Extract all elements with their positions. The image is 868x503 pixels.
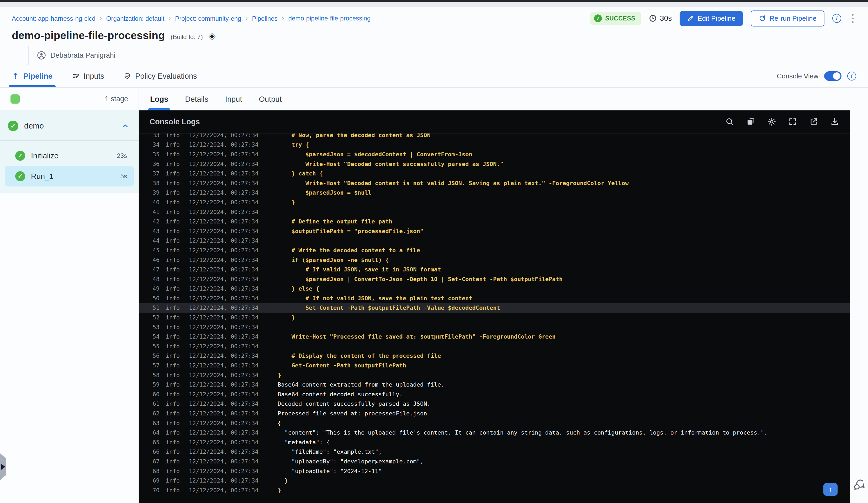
page-header: Account: app-harness-ng-cicdOrganization… [0, 7, 868, 65]
log-timestamp: 12/12/2024, 00:27:34 [189, 266, 262, 273]
console-view-label: Console View [777, 72, 818, 80]
log-row: 36info12/12/2024, 00:27:34 Write-Host "D… [139, 159, 850, 169]
breadcrumb-item[interactable]: Pipelines [252, 14, 284, 23]
tab-policy-label: Policy Evaluations [135, 72, 197, 81]
log-timestamp: 12/12/2024, 00:27:34 [189, 276, 262, 282]
log-tab-details[interactable]: Details [185, 88, 208, 111]
log-line-number: 70 [146, 487, 159, 494]
stage-status-square [10, 94, 20, 104]
governance-diamond-icon[interactable]: ◈ [209, 30, 215, 41]
step-duration: 5s [121, 172, 127, 180]
log-message: Get-Content -Path $outputFilePath [278, 362, 406, 369]
log-line-number: 34 [146, 142, 159, 148]
console-view-info-icon[interactable]: i [847, 72, 856, 81]
log-message: } else { [278, 285, 319, 292]
log-level: info [166, 468, 181, 474]
log-timestamp: 12/12/2024, 00:27:34 [189, 237, 262, 244]
log-level: info [166, 151, 181, 158]
log-area[interactable]: 33info12/12/2024, 00:27:34 # Now, parse … [139, 134, 850, 503]
fullscreen-icon[interactable] [788, 117, 797, 126]
log-level: info [166, 285, 181, 292]
log-level: info [166, 449, 181, 455]
tab-pipeline[interactable]: Pipeline [12, 65, 52, 87]
breadcrumb-item[interactable]: Project: community-eng [175, 14, 248, 23]
breadcrumb: Account: app-harness-ng-cicdOrganization… [12, 14, 371, 23]
log-message: $parsedJson | ConvertTo-Json -Depth 10 |… [278, 276, 562, 282]
log-tab-output[interactable]: Output [259, 88, 281, 111]
log-level: info [166, 189, 181, 196]
log-line-number: 48 [146, 276, 159, 282]
copy-icon[interactable] [746, 117, 755, 126]
stage-group-header[interactable]: ✓ demo [0, 116, 138, 136]
log-level: info [166, 257, 181, 263]
breadcrumb-item[interactable]: demo-pipeline-file-processing [288, 15, 371, 22]
log-timestamp: 12/12/2024, 00:27:34 [189, 151, 262, 158]
log-line-number: 43 [146, 228, 159, 234]
log-row: 66info12/12/2024, 00:27:34 "fileName": "… [139, 447, 850, 457]
log-message: } [278, 372, 281, 378]
log-level: info [166, 304, 181, 311]
open-in-new-icon[interactable] [809, 117, 818, 126]
step-label: Run_1 [31, 172, 115, 181]
log-message: Base64 content decoded successfully. [278, 391, 403, 398]
tab-inputs[interactable]: Inputs [72, 65, 104, 87]
search-icon[interactable] [725, 117, 734, 126]
log-timestamp: 12/12/2024, 00:27:34 [189, 429, 262, 436]
log-level: info [166, 266, 181, 273]
edit-pipeline-button[interactable]: Edit Pipeline [680, 11, 743, 26]
step-success-icon: ✓ [15, 171, 25, 181]
log-message: $parsedJson = $null [278, 189, 372, 196]
log-timestamp: 12/12/2024, 00:27:34 [189, 228, 262, 234]
rerun-info-icon[interactable]: i [832, 14, 841, 23]
log-timestamp: 12/12/2024, 00:27:34 [189, 247, 262, 254]
log-timestamp: 12/12/2024, 00:27:34 [189, 142, 262, 148]
breadcrumb-item[interactable]: Organization: default [106, 14, 171, 23]
log-row: 38info12/12/2024, 00:27:34 Write-Host "D… [139, 178, 850, 188]
scroll-to-top-button[interactable]: ↑ [823, 483, 838, 496]
log-row: 51info12/12/2024, 00:27:34 Set-Content -… [139, 303, 850, 313]
stage-success-icon: ✓ [8, 120, 18, 131]
log-line-number: 59 [146, 381, 159, 388]
step-initialize[interactable]: ✓Initialize23s [5, 146, 134, 166]
log-message: } [278, 199, 295, 206]
more-options-menu[interactable] [849, 12, 856, 25]
settings-gear-icon[interactable] [767, 117, 776, 126]
log-tab-logs[interactable]: Logs [150, 88, 168, 111]
log-timestamp: 12/12/2024, 00:27:34 [189, 324, 262, 331]
log-line-number: 69 [146, 477, 159, 484]
log-line-number: 44 [146, 237, 159, 244]
download-icon[interactable] [830, 117, 839, 126]
log-level: info [166, 170, 181, 177]
inputs-icon [72, 72, 79, 80]
log-timestamp: 12/12/2024, 00:27:34 [189, 343, 262, 349]
console-view-toggle[interactable] [824, 71, 841, 81]
log-row: 63info12/12/2024, 00:27:34{ [139, 418, 850, 428]
log-timestamp: 12/12/2024, 00:27:34 [189, 333, 262, 340]
log-line-number: 68 [146, 468, 159, 474]
step-run_1[interactable]: ✓Run_15s [5, 166, 134, 187]
log-message: # If not valid JSON, save the plain text… [278, 295, 472, 302]
log-row: 67info12/12/2024, 00:27:34 "uploadedBy":… [139, 457, 850, 466]
log-level: info [166, 353, 181, 359]
avatar-icon [37, 51, 46, 60]
log-line-number: 65 [146, 439, 159, 446]
pipeline-icon [12, 72, 19, 80]
clock-icon [649, 14, 657, 22]
log-tab-input[interactable]: Input [225, 88, 242, 111]
log-level: info [166, 400, 181, 407]
resource-center-chat-icon[interactable] [852, 478, 866, 491]
log-timestamp: 12/12/2024, 00:27:34 [189, 372, 262, 378]
step-list: ✓Initialize23s✓Run_15s [0, 146, 138, 187]
log-row: 35info12/12/2024, 00:27:34 $parsedJson =… [139, 149, 850, 159]
rerun-icon [758, 15, 766, 22]
rerun-pipeline-label: Re-run Pipeline [769, 14, 817, 23]
rerun-pipeline-button[interactable]: Re-run Pipeline [751, 10, 825, 27]
log-row: 44info12/12/2024, 00:27:34 [139, 236, 850, 246]
log-line-number: 35 [146, 151, 159, 158]
chevron-up-icon[interactable] [122, 122, 129, 129]
breadcrumb-item[interactable]: Account: app-harness-ng-cicd [12, 14, 102, 23]
status-text: SUCCESS [605, 15, 635, 22]
tab-policy-evaluations[interactable]: Policy Evaluations [124, 65, 197, 87]
log-timestamp: 12/12/2024, 00:27:34 [189, 400, 262, 407]
log-line-number: 55 [146, 343, 159, 349]
